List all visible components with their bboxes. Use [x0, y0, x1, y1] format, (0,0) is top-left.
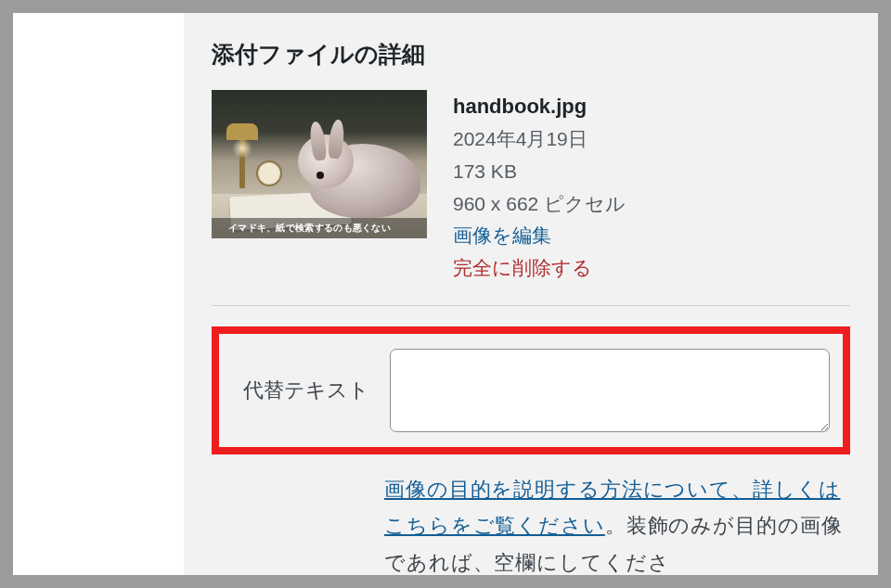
- clock-icon: [256, 160, 282, 186]
- rabbit-illustration: [291, 116, 427, 218]
- alt-text-input[interactable]: [390, 349, 830, 432]
- file-date: 2024年4月19日: [453, 123, 626, 156]
- edit-image-link[interactable]: 画像を編集: [453, 220, 626, 252]
- divider: [212, 305, 850, 306]
- alt-text-help: 画像の目的を説明する方法について、詳しくはこちらをご覧ください。装飾のみが目的の…: [384, 471, 850, 582]
- file-metadata: handbook.jpg 2024年4月19日 173 KB 960 x 662…: [453, 90, 626, 285]
- filename: handbook.jpg: [453, 90, 626, 123]
- delete-permanently-link[interactable]: 完全に削除する: [453, 252, 626, 285]
- detail-row: イマドキ、紙で検索するのも悪くない handbook.jpg 2024年4月19…: [212, 90, 850, 285]
- attachment-details-panel: 添付ファイルの詳細 イマドキ、紙で検索するのも悪: [184, 13, 878, 575]
- attachment-thumbnail[interactable]: イマドキ、紙で検索するのも悪くない: [212, 90, 427, 238]
- alt-text-highlight: 代替テキスト: [212, 326, 850, 454]
- section-title: 添付ファイルの詳細: [212, 39, 850, 70]
- file-dimensions: 960 x 662 ピクセル: [453, 188, 626, 221]
- alt-text-help-row: 画像の目的を説明する方法について、詳しくはこちらをご覧ください。装飾のみが目的の…: [212, 471, 850, 582]
- alt-text-label: 代替テキスト: [243, 377, 369, 404]
- thumbnail-caption: イマドキ、紙で検索するのも悪くない: [212, 218, 427, 238]
- file-size: 173 KB: [453, 156, 626, 188]
